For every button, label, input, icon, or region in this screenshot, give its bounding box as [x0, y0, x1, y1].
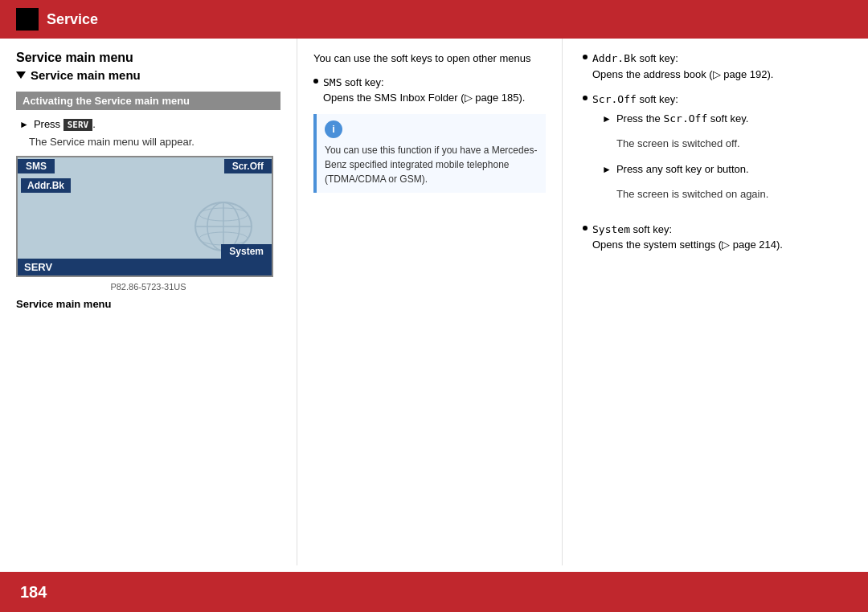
step-1-text: Press SERV.: [34, 118, 96, 131]
scroff-italic-1: The screen is switched off.: [602, 136, 740, 152]
scroff-sub-2-text: Press any soft key or button.: [616, 161, 749, 177]
scroff-sub-2-italic: The screen is switched on again.: [602, 186, 768, 202]
screen-system-button: System: [221, 244, 272, 259]
scroff-sub-2: ► Press any soft key or button.: [602, 161, 768, 177]
bullet-dot-icon: [583, 226, 588, 231]
screen-top-bar: SMS Scr.Off: [18, 157, 272, 175]
arrow-right-icon: ►: [602, 162, 612, 177]
scroff-sub-1-italic: The screen is switched off.: [602, 136, 768, 152]
footer: 184: [0, 572, 868, 612]
header: Service: [0, 0, 868, 39]
arrow-right-icon: ►: [19, 119, 29, 130]
middle-column: You can use the soft keys to open other …: [297, 39, 563, 565]
device-screen: SMS Scr.Off Addr.Bk System SERV: [16, 156, 273, 277]
right-bullet-addrbk: Addr.Bk soft key: Opens the address book…: [583, 51, 848, 82]
info-box: i You can use this function if you have …: [313, 114, 546, 193]
step-1: ► Press SERV.: [16, 118, 280, 131]
header-black-square: [16, 8, 39, 31]
mid-intro: You can use the soft keys to open other …: [313, 51, 546, 67]
info-box-text: You can use this function if you have a …: [325, 143, 538, 186]
page-number: 184: [20, 583, 47, 602]
bullet-dot-icon: [583, 96, 588, 100]
section-subtitle: Service main menu: [16, 68, 280, 82]
header-title: Service: [47, 11, 98, 28]
triangle-down-icon: [16, 71, 26, 79]
info-icon: i: [325, 120, 342, 138]
sms-label: SMS: [323, 76, 342, 88]
addrbk-label: Addr.Bk: [592, 52, 637, 64]
right-column: Addr.Bk soft key: Opens the address book…: [563, 39, 868, 565]
scroff-label: Scr.Off: [592, 93, 637, 105]
screen-middle: System: [18, 194, 272, 259]
section-title-main: Service main menu: [16, 51, 280, 65]
mid-bullet-list: SMS soft key: Opens the SMS Inbox Folder…: [313, 75, 546, 106]
step-1-sub: The Service main menu will appear.: [16, 136, 280, 148]
right-scroff-text: Scr.Off soft key: ► Press the Scr.Off so…: [592, 92, 768, 212]
mid-bullet-sms-text: SMS soft key: Opens the SMS Inbox Folder…: [323, 75, 525, 106]
left-column: Service main menu Service main menu Acti…: [0, 39, 297, 565]
system-label: System: [592, 223, 630, 235]
section-subtitle-text: Service main menu: [31, 68, 141, 82]
mid-bullet-sms: SMS soft key: Opens the SMS Inbox Folder…: [313, 75, 546, 106]
arrow-right-icon: ►: [602, 112, 612, 126]
scroff-sub-1: ► Press the Scr.Off soft key.: [602, 111, 768, 127]
right-system-text: System soft key: Opens the system settin…: [592, 222, 783, 253]
main-content: Service main menu Service main menu Acti…: [0, 39, 868, 565]
scroff-sub-list: ► Press the Scr.Off soft key. The screen…: [592, 111, 768, 202]
scroff-sub-1-text: Press the Scr.Off soft key.: [616, 111, 748, 127]
screen-scroff-button: Scr.Off: [224, 159, 272, 173]
right-addrbk-text: Addr.Bk soft key: Opens the address book…: [592, 51, 773, 82]
screen-sms-button: SMS: [18, 159, 55, 173]
scroff-sub1-label: Scr.Off: [663, 112, 707, 124]
screen-addrbk-button: Addr.Bk: [21, 178, 71, 193]
right-bullet-system: System soft key: Opens the system settin…: [583, 222, 848, 253]
screen-serv-bar: SERV: [18, 259, 272, 275]
bullet-dot-icon: [583, 55, 588, 59]
bullet-dot-icon: [313, 79, 318, 84]
serv-badge: SERV: [63, 119, 93, 131]
right-bullet-scroff: Scr.Off soft key: ► Press the Scr.Off so…: [583, 92, 848, 212]
activating-bar: Activating the Service main menu: [16, 92, 280, 110]
right-bullet-list: Addr.Bk soft key: Opens the address book…: [583, 51, 848, 253]
screen-caption: P82.86-5723-31US: [16, 282, 280, 292]
scroff-italic-2: The screen is switched on again.: [602, 186, 768, 202]
caption-label: Service main menu: [16, 298, 280, 310]
